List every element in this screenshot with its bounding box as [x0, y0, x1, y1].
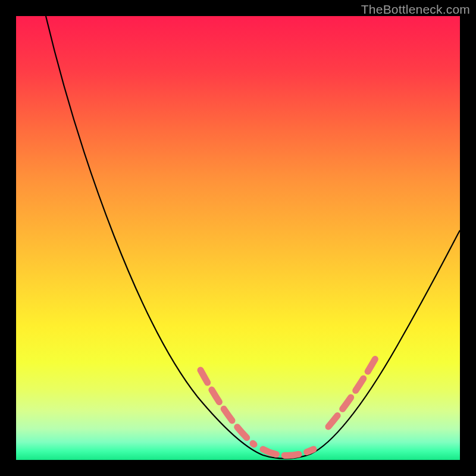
highlight-mid [263, 449, 314, 456]
highlight-right [328, 352, 379, 427]
curve-layer [16, 16, 460, 460]
highlight-dash-group [201, 352, 379, 456]
watermark-label: TheBottleneck.com [361, 2, 470, 17]
bottleneck-curve [46, 16, 460, 459]
highlight-left [201, 370, 254, 444]
chart-frame: TheBottleneck.com [0, 0, 476, 476]
